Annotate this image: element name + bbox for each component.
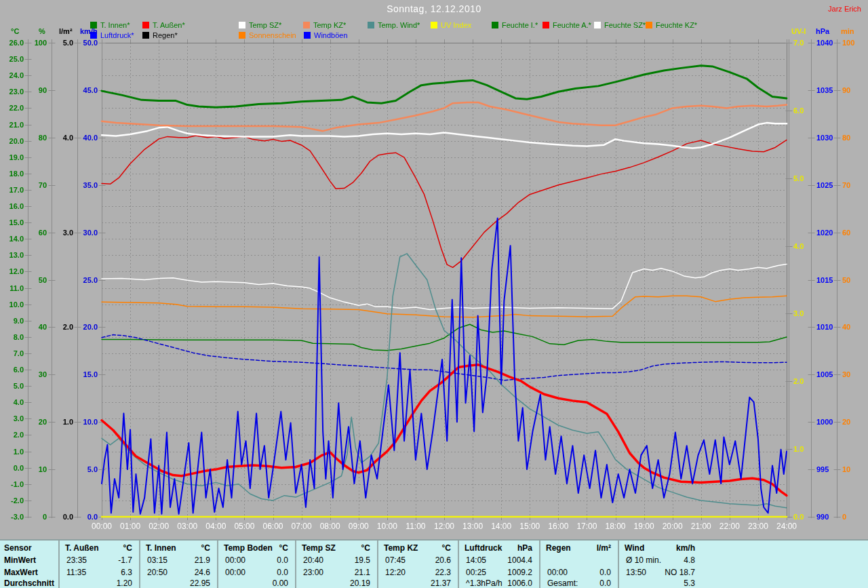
temp-wind-swatch	[368, 22, 374, 28]
column-unit: °C	[442, 542, 451, 554]
column-unit: km/h	[676, 542, 695, 554]
cell-avg-time: ^1.3hPa/h	[466, 577, 502, 588]
column-unit: l/m²	[597, 542, 611, 554]
cell-avg-value: 0.00	[273, 577, 288, 588]
column-unit: °C	[279, 542, 288, 554]
table-column-t-au-en: T. Außen°C23:35-1.711:356.31.20	[60, 541, 140, 588]
feuchte-kz-swatch	[646, 22, 652, 28]
legend-item-temp-wind[interactable]: Temp. Wind*	[368, 21, 420, 29]
cell-avg-value: 5.3	[684, 577, 695, 588]
cell-min-time: 20:40	[303, 554, 323, 566]
cell-avg-value: 22.95	[190, 577, 210, 588]
feuchte-i-swatch	[492, 22, 498, 28]
legend-item-label: Feuchte KZ*	[656, 21, 697, 29]
axis-unit-lm2: l/m²	[59, 27, 73, 35]
regen-swatch	[142, 32, 149, 39]
t-aussen-swatch	[142, 22, 149, 28]
cell-min-value: -1.7	[118, 554, 132, 566]
legend-item-label: Luftdruck*	[100, 31, 134, 39]
cell-max-time: 11:35	[66, 566, 86, 579]
cell-max-time: 20:50	[147, 566, 167, 579]
legend-item-t-aussen[interactable]: T. Außen*	[142, 21, 185, 29]
temp-sz-swatch	[239, 22, 245, 28]
cell-avg-time: Gesamt:	[547, 577, 578, 588]
cell-min-value: 19.5	[355, 554, 370, 566]
cell-avg-value: 1006.0	[507, 577, 532, 588]
cell-min-time: 14:05	[466, 554, 486, 566]
legend-item-windboeen[interactable]: Windböen	[304, 31, 348, 39]
legend-item-label: Temp KZ*	[313, 21, 346, 29]
legend-item-label: T. Außen*	[153, 21, 185, 29]
table-column-regen: Regenl/m²00:000.0Gesamt:0.0	[540, 541, 619, 588]
legend-item-feuchte-sz[interactable]: Feuchte SZ*	[594, 21, 646, 29]
cell-min-time: 23:35	[66, 554, 87, 566]
legend-item-label: Feuchte A.*	[553, 21, 591, 29]
column-name: Luftdruck	[465, 542, 502, 554]
axis-unit-min: min	[841, 27, 854, 35]
uv-index-swatch	[431, 22, 437, 28]
table-column-temp-sz: Temp SZ°C20:4019.523:0021.120.19	[296, 541, 378, 588]
table-column-wind: Windkm/hØ 10 min.4.813:50NO 18.75.3	[619, 541, 702, 588]
column-unit: °C	[361, 542, 370, 554]
axis-unit-hpa: hPa	[816, 27, 829, 35]
column-unit: hPa	[517, 542, 532, 554]
cell-avg-value: 20.19	[350, 577, 370, 588]
axis-unit-percent: %	[39, 27, 45, 35]
weather-chart-canvas[interactable]	[0, 0, 868, 539]
column-name: Regen	[546, 542, 571, 554]
cell-min-time: 00:00	[225, 554, 245, 566]
column-name: Temp SZ	[302, 542, 336, 554]
table-column-temp-kz: Temp KZ°C07:4520.612:2022.321.37	[378, 541, 459, 588]
axis-unit-kmh: km/h	[80, 27, 98, 35]
axis-unit-celsius: °C	[11, 27, 19, 35]
column-name: T. Außen	[65, 542, 99, 554]
table-row-labels: SensorMinWertMaxWertDurchschnitt	[0, 541, 60, 588]
row-label-durchschnitt: Durchschnitt	[4, 577, 54, 588]
table-column-t-innen: T. Innen°C03:1521.920:5024.622.95	[140, 541, 218, 588]
column-name: Temp KZ	[384, 542, 418, 554]
summary-table: SensorMinWertMaxWertDurchschnittT. Außen…	[0, 539, 868, 588]
column-name: Temp Boden	[224, 542, 273, 554]
windboeen-swatch	[304, 32, 311, 39]
legend-item-feuchte-i[interactable]: Feuchte I.*	[492, 21, 538, 29]
column-unit: °C	[201, 542, 210, 554]
temp-kz-swatch	[303, 22, 310, 28]
legend-item-uv-index[interactable]: UV Index	[431, 21, 471, 29]
row-label-sensor: Sensor	[4, 542, 32, 554]
legend-item-label: Regen*	[153, 31, 178, 39]
user-label: Jarz Erich	[828, 5, 861, 13]
legend-item-temp-sz[interactable]: Temp SZ*	[239, 21, 281, 29]
feuchte-a-swatch	[542, 22, 549, 28]
legend-item-label: Windböen	[314, 31, 348, 39]
cell-min-time: 03:15	[147, 554, 167, 566]
cell-avg-value: 1.20	[117, 577, 132, 588]
cell-min-time: Ø 10 min.	[626, 554, 661, 566]
legend-item-label: UV Index	[441, 21, 471, 29]
column-name: Wind	[625, 542, 644, 554]
cell-min-time: 07:45	[385, 554, 406, 566]
legend-item-label: Feuchte I.*	[502, 21, 538, 29]
legend-item-feuchte-a[interactable]: Feuchte A.*	[542, 21, 591, 29]
legend-item-label: Temp SZ*	[249, 21, 281, 29]
cell-max-time: 12:20	[385, 566, 406, 579]
row-label-minwert: MinWert	[4, 554, 36, 566]
legend-item-sonnenschein[interactable]: Sonnenschein	[239, 31, 296, 39]
cell-min-value: 0.0	[277, 554, 288, 566]
cell-min-value: 4.8	[684, 554, 695, 566]
sonnenschein-swatch	[239, 32, 245, 39]
feuchte-sz-swatch	[594, 22, 601, 28]
legend-item-label: Sonnenschein	[249, 31, 296, 39]
date-title: Sonntag, 12.12.2010	[0, 3, 868, 14]
legend-item-feuchte-kz[interactable]: Feuchte KZ*	[646, 21, 697, 29]
axis-unit-uvi: UV-I	[791, 27, 806, 35]
legend-item-regen[interactable]: Regen*	[142, 31, 178, 39]
weather-app-window: Sonntag, 12.12.2010 Jarz Erich T. Innen*…	[0, 0, 868, 588]
legend-item-label: Temp. Wind*	[378, 21, 420, 29]
cell-avg-value: 21.37	[431, 577, 451, 588]
column-name: T. Innen	[146, 542, 176, 554]
cell-max-time: 13:50	[626, 566, 646, 579]
legend-item-temp-kz[interactable]: Temp KZ*	[303, 21, 346, 29]
column-unit: °C	[123, 542, 132, 554]
table-column-luftdruck: LuftdruckhPa14:051004.400:251009.2^1.3hP…	[459, 541, 540, 588]
legend-item-label: T. Innen*	[100, 21, 130, 29]
